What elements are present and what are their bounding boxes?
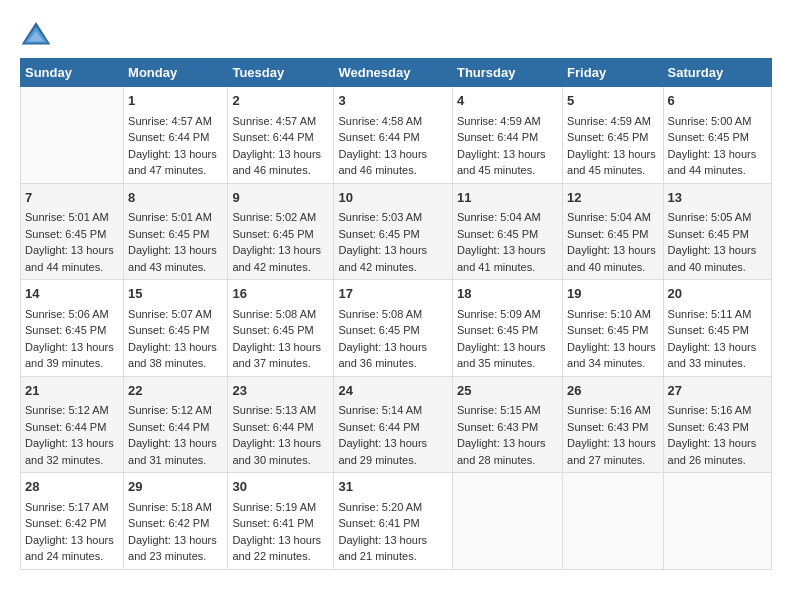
daylight: Daylight: 13 hours and 33 minutes. — [668, 341, 757, 370]
daylight: Daylight: 13 hours and 43 minutes. — [128, 244, 217, 273]
sunrise: Sunrise: 4:59 AM — [457, 115, 541, 127]
sunset: Sunset: 6:45 PM — [668, 131, 749, 143]
day-cell: 3Sunrise: 4:58 AMSunset: 6:44 PMDaylight… — [334, 87, 453, 184]
daylight: Daylight: 13 hours and 45 minutes. — [567, 148, 656, 177]
sunset: Sunset: 6:45 PM — [457, 228, 538, 240]
daylight: Daylight: 13 hours and 41 minutes. — [457, 244, 546, 273]
day-number: 1 — [128, 91, 223, 111]
week-row-2: 7Sunrise: 5:01 AMSunset: 6:45 PMDaylight… — [21, 183, 772, 280]
day-number: 7 — [25, 188, 119, 208]
sunset: Sunset: 6:43 PM — [668, 421, 749, 433]
daylight: Daylight: 13 hours and 28 minutes. — [457, 437, 546, 466]
daylight: Daylight: 13 hours and 22 minutes. — [232, 534, 321, 563]
day-number: 18 — [457, 284, 558, 304]
header-cell-friday: Friday — [563, 59, 663, 87]
daylight: Daylight: 13 hours and 23 minutes. — [128, 534, 217, 563]
day-number: 30 — [232, 477, 329, 497]
daylight: Daylight: 13 hours and 42 minutes. — [338, 244, 427, 273]
day-number: 2 — [232, 91, 329, 111]
sunrise: Sunrise: 5:19 AM — [232, 501, 316, 513]
sunrise: Sunrise: 5:16 AM — [567, 404, 651, 416]
sunset: Sunset: 6:43 PM — [457, 421, 538, 433]
day-cell: 28Sunrise: 5:17 AMSunset: 6:42 PMDayligh… — [21, 473, 124, 570]
sunrise: Sunrise: 5:01 AM — [128, 211, 212, 223]
daylight: Daylight: 13 hours and 24 minutes. — [25, 534, 114, 563]
day-number: 15 — [128, 284, 223, 304]
day-number: 16 — [232, 284, 329, 304]
day-cell: 16Sunrise: 5:08 AMSunset: 6:45 PMDayligh… — [228, 280, 334, 377]
day-cell: 9Sunrise: 5:02 AMSunset: 6:45 PMDaylight… — [228, 183, 334, 280]
sunset: Sunset: 6:45 PM — [567, 324, 648, 336]
day-cell: 30Sunrise: 5:19 AMSunset: 6:41 PMDayligh… — [228, 473, 334, 570]
sunset: Sunset: 6:45 PM — [25, 228, 106, 240]
sunset: Sunset: 6:44 PM — [338, 421, 419, 433]
logo-icon — [20, 20, 52, 48]
day-cell — [452, 473, 562, 570]
day-number: 21 — [25, 381, 119, 401]
daylight: Daylight: 13 hours and 34 minutes. — [567, 341, 656, 370]
sunrise: Sunrise: 5:08 AM — [232, 308, 316, 320]
sunrise: Sunrise: 4:57 AM — [232, 115, 316, 127]
day-cell: 24Sunrise: 5:14 AMSunset: 6:44 PMDayligh… — [334, 376, 453, 473]
sunset: Sunset: 6:45 PM — [338, 228, 419, 240]
header-cell-tuesday: Tuesday — [228, 59, 334, 87]
sunrise: Sunrise: 5:04 AM — [457, 211, 541, 223]
day-cell: 31Sunrise: 5:20 AMSunset: 6:41 PMDayligh… — [334, 473, 453, 570]
day-number: 4 — [457, 91, 558, 111]
day-cell: 25Sunrise: 5:15 AMSunset: 6:43 PMDayligh… — [452, 376, 562, 473]
sunset: Sunset: 6:45 PM — [457, 324, 538, 336]
day-number: 13 — [668, 188, 767, 208]
sunset: Sunset: 6:44 PM — [232, 131, 313, 143]
daylight: Daylight: 13 hours and 27 minutes. — [567, 437, 656, 466]
day-number: 3 — [338, 91, 448, 111]
calendar-header: SundayMondayTuesdayWednesdayThursdayFrid… — [21, 59, 772, 87]
sunrise: Sunrise: 5:20 AM — [338, 501, 422, 513]
day-number: 23 — [232, 381, 329, 401]
daylight: Daylight: 13 hours and 45 minutes. — [457, 148, 546, 177]
sunrise: Sunrise: 5:12 AM — [128, 404, 212, 416]
sunrise: Sunrise: 5:10 AM — [567, 308, 651, 320]
day-cell: 14Sunrise: 5:06 AMSunset: 6:45 PMDayligh… — [21, 280, 124, 377]
sunrise: Sunrise: 5:09 AM — [457, 308, 541, 320]
header-cell-wednesday: Wednesday — [334, 59, 453, 87]
daylight: Daylight: 13 hours and 35 minutes. — [457, 341, 546, 370]
daylight: Daylight: 13 hours and 40 minutes. — [567, 244, 656, 273]
header-cell-thursday: Thursday — [452, 59, 562, 87]
sunset: Sunset: 6:44 PM — [128, 421, 209, 433]
day-cell: 5Sunrise: 4:59 AMSunset: 6:45 PMDaylight… — [563, 87, 663, 184]
day-number: 5 — [567, 91, 658, 111]
day-cell — [563, 473, 663, 570]
page-header — [20, 20, 772, 48]
daylight: Daylight: 13 hours and 32 minutes. — [25, 437, 114, 466]
day-cell — [21, 87, 124, 184]
day-cell: 15Sunrise: 5:07 AMSunset: 6:45 PMDayligh… — [124, 280, 228, 377]
week-row-5: 28Sunrise: 5:17 AMSunset: 6:42 PMDayligh… — [21, 473, 772, 570]
day-number: 28 — [25, 477, 119, 497]
sunrise: Sunrise: 5:08 AM — [338, 308, 422, 320]
sunrise: Sunrise: 5:17 AM — [25, 501, 109, 513]
sunset: Sunset: 6:45 PM — [232, 324, 313, 336]
sunset: Sunset: 6:43 PM — [567, 421, 648, 433]
daylight: Daylight: 13 hours and 31 minutes. — [128, 437, 217, 466]
daylight: Daylight: 13 hours and 39 minutes. — [25, 341, 114, 370]
day-cell: 17Sunrise: 5:08 AMSunset: 6:45 PMDayligh… — [334, 280, 453, 377]
day-cell: 12Sunrise: 5:04 AMSunset: 6:45 PMDayligh… — [563, 183, 663, 280]
daylight: Daylight: 13 hours and 46 minutes. — [338, 148, 427, 177]
sunset: Sunset: 6:44 PM — [232, 421, 313, 433]
day-number: 29 — [128, 477, 223, 497]
sunset: Sunset: 6:44 PM — [457, 131, 538, 143]
day-cell: 23Sunrise: 5:13 AMSunset: 6:44 PMDayligh… — [228, 376, 334, 473]
week-row-4: 21Sunrise: 5:12 AMSunset: 6:44 PMDayligh… — [21, 376, 772, 473]
sunrise: Sunrise: 5:07 AM — [128, 308, 212, 320]
daylight: Daylight: 13 hours and 26 minutes. — [668, 437, 757, 466]
header-cell-sunday: Sunday — [21, 59, 124, 87]
sunrise: Sunrise: 4:58 AM — [338, 115, 422, 127]
day-cell: 19Sunrise: 5:10 AMSunset: 6:45 PMDayligh… — [563, 280, 663, 377]
sunset: Sunset: 6:45 PM — [25, 324, 106, 336]
header-row: SundayMondayTuesdayWednesdayThursdayFrid… — [21, 59, 772, 87]
daylight: Daylight: 13 hours and 47 minutes. — [128, 148, 217, 177]
sunset: Sunset: 6:45 PM — [338, 324, 419, 336]
sunrise: Sunrise: 5:06 AM — [25, 308, 109, 320]
day-cell: 7Sunrise: 5:01 AMSunset: 6:45 PMDaylight… — [21, 183, 124, 280]
daylight: Daylight: 13 hours and 42 minutes. — [232, 244, 321, 273]
